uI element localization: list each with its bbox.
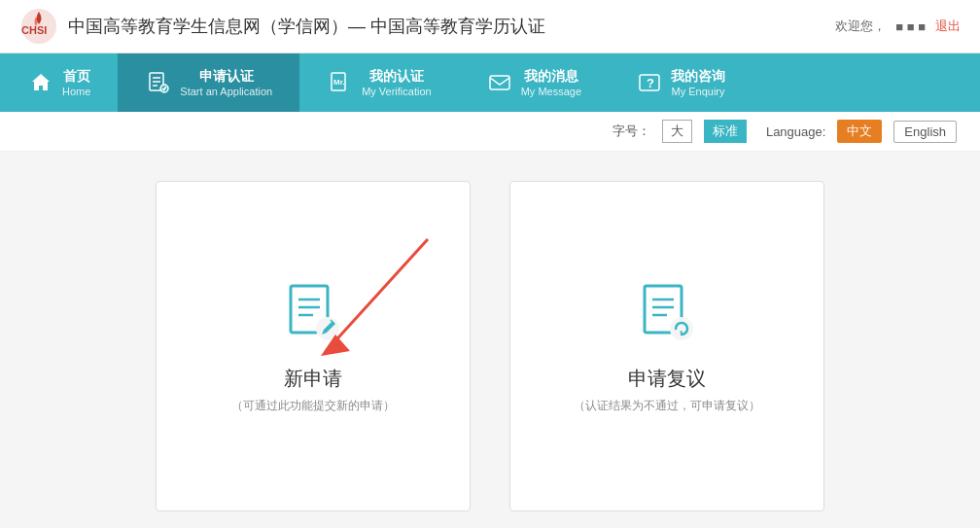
nav-myverify-sub: My Verification <box>362 86 432 97</box>
nav-apply-main: 申请认证 <box>199 68 254 86</box>
nav-home-main: 首页 <box>63 68 90 86</box>
nav-mymessage-main: 我的消息 <box>524 68 578 86</box>
nav-home-text: 首页 Home <box>62 68 90 97</box>
font-large-button[interactable]: 大 <box>662 120 692 143</box>
lang-en-button[interactable]: English <box>893 121 957 143</box>
nav-home-sub: Home <box>62 86 90 97</box>
svg-rect-6 <box>490 76 509 89</box>
navbar: 首页 Home 申请认证 Start an Application Mr. <box>0 53 980 112</box>
new-apply-desc: （可通过此功能提交新的申请） <box>231 398 395 414</box>
svg-text:CHSI: CHSI <box>21 24 47 36</box>
toolbar-bar: 字号： 大 标准 Language: 中文 English <box>0 112 980 152</box>
chsi-logo-icon: CHSI <box>19 7 58 46</box>
header-right: 欢迎您， ■ ■ ■ 退出 <box>835 18 961 35</box>
myenquiry-icon: ? <box>636 69 663 96</box>
nav-myenquiry-sub: My Enquiry <box>672 86 725 97</box>
logout-button[interactable]: 退出 <box>935 18 961 35</box>
review-apply-icon <box>633 278 701 350</box>
nav-apply-sub: Start an Application <box>180 86 272 97</box>
nav-item-myenquiry[interactable]: ? 我的咨询 My Enquiry <box>609 53 752 112</box>
nav-myenquiry-text: 我的咨询 My Enquiry <box>671 68 725 97</box>
font-standard-button[interactable]: 标准 <box>704 120 747 143</box>
nav-apply-text: 申请认证 Start an Application <box>180 68 272 97</box>
apply-icon <box>145 69 172 96</box>
header-title: 中国高等教育学生信息网（学信网）— 中国高等教育学历认证 <box>68 15 545 38</box>
svg-text:Mr.: Mr. <box>333 78 345 87</box>
svg-point-18 <box>670 317 693 340</box>
nav-item-apply[interactable]: 申请认证 Start an Application <box>118 53 299 112</box>
nav-item-mymessage[interactable]: 我的消息 My Message <box>459 53 609 112</box>
font-size-label: 字号： <box>612 123 650 140</box>
review-apply-desc: （认证结果为不通过，可申请复议） <box>574 398 760 414</box>
lang-zh-button[interactable]: 中文 <box>837 120 882 143</box>
nav-myenquiry-main: 我的咨询 <box>671 68 725 86</box>
logo: CHSI <box>19 7 58 46</box>
review-apply-title: 申请复议 <box>628 366 706 392</box>
myverify-icon: Mr. <box>327 69 354 96</box>
username-text: ■ ■ ■ <box>895 19 926 34</box>
new-apply-card[interactable]: 新申请 （可通过此功能提交新的申请） <box>156 181 471 511</box>
language-label: Language: <box>766 124 825 139</box>
main-content: 新申请 （可通过此功能提交新的申请） 申请复议 （认证结果为不通过，可申请复议） <box>0 152 980 528</box>
header: CHSI 中国高等教育学生信息网（学信网）— 中国高等教育学历认证 欢迎您， ■… <box>0 0 980 53</box>
nav-myverify-main: 我的认证 <box>369 68 424 86</box>
nav-item-myverify[interactable]: Mr. 我的认证 My Verification <box>299 53 459 112</box>
home-icon <box>27 69 54 96</box>
mymessage-icon <box>486 69 513 96</box>
nav-mymessage-text: 我的消息 My Message <box>521 68 581 97</box>
new-apply-icon <box>279 278 347 350</box>
svg-text:?: ? <box>647 76 654 90</box>
nav-item-home[interactable]: 首页 Home <box>0 53 118 112</box>
nav-myverify-text: 我的认证 My Verification <box>362 68 432 97</box>
new-apply-title: 新申请 <box>284 366 342 392</box>
welcome-text: 欢迎您， <box>835 18 886 35</box>
review-apply-card[interactable]: 申请复议 （认证结果为不通过，可申请复议） <box>509 181 824 511</box>
nav-mymessage-sub: My Message <box>521 86 581 97</box>
header-left: CHSI 中国高等教育学生信息网（学信网）— 中国高等教育学历认证 <box>19 7 545 46</box>
